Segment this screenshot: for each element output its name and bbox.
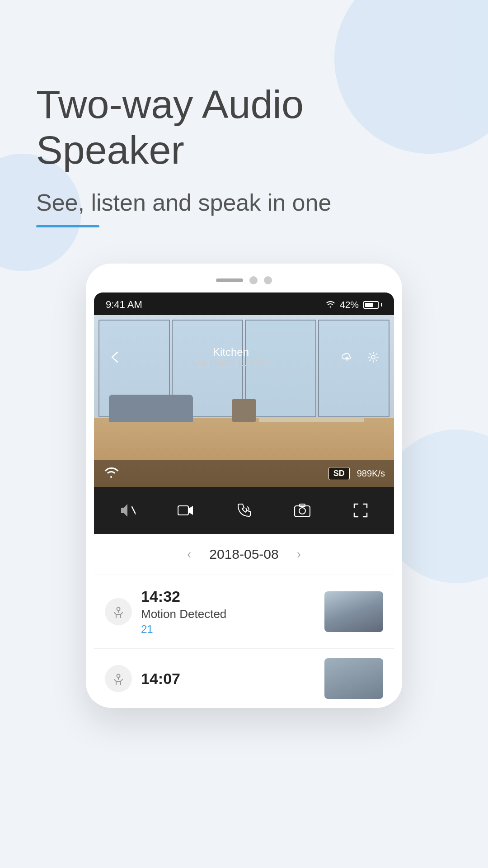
- pagination-dot-3: [264, 276, 272, 284]
- pagination-dots: [94, 272, 394, 292]
- live-datetime: 04/29 11:10:41: [215, 359, 269, 368]
- svg-rect-2: [178, 506, 188, 515]
- motion-event-icon: [105, 598, 132, 625]
- date-navigation: ‹ 2018-05-08 ›: [94, 534, 394, 575]
- camera-video-frame: Kitchen Live | 04/29 11:10:41: [94, 315, 394, 487]
- page-title: Two-way Audio Speaker: [36, 81, 452, 173]
- camera-action-icons: [337, 347, 383, 367]
- accent-underline: [36, 225, 99, 227]
- event-item-1432[interactable]: 14:32 Motion Detected 21: [94, 575, 394, 649]
- couch-silhouette: [109, 395, 193, 422]
- event-count-1432: 21: [141, 623, 315, 636]
- current-date: 2018-05-08: [209, 547, 278, 562]
- wifi-signal-icon: [103, 466, 119, 481]
- camera-controls-bar: [94, 487, 394, 534]
- table-silhouette: [259, 417, 364, 422]
- chair-silhouette: [232, 399, 256, 422]
- camera-overlay-bottom: SD 989K/s: [94, 460, 394, 487]
- event-item-1407[interactable]: 14:07: [94, 649, 394, 708]
- video-info-row: SD 989K/s: [328, 467, 385, 480]
- svg-point-0: [371, 355, 375, 359]
- fullscreen-button[interactable]: [347, 497, 374, 524]
- pagination-dot-1: [216, 278, 243, 282]
- snapshot-button[interactable]: [289, 497, 316, 524]
- audio-call-button[interactable]: [230, 497, 258, 524]
- event-thumbnail-1407: [324, 658, 383, 699]
- sd-badge: SD: [328, 467, 350, 480]
- pagination-dot-2: [249, 276, 258, 284]
- status-right: 42%: [325, 299, 382, 311]
- event-time-1407: 14:07: [141, 670, 315, 688]
- status-bar: 9:41 AM 42%: [94, 292, 394, 315]
- event-info-1407: 14:07: [141, 670, 315, 688]
- video-record-button[interactable]: [172, 497, 199, 524]
- event-list: 14:32 Motion Detected 21: [94, 575, 394, 708]
- live-separator: |: [210, 359, 215, 368]
- status-time: 9:41 AM: [106, 299, 142, 311]
- event-time-1432: 14:32: [141, 588, 315, 605]
- phone-card: 9:41 AM 42%: [86, 264, 402, 708]
- phone-mockup-wrapper: 9:41 AM 42%: [36, 264, 452, 708]
- motion-event-icon-2: [105, 665, 132, 692]
- battery-icon: [363, 301, 382, 309]
- svg-point-7: [117, 675, 120, 678]
- event-type-1432: Motion Detected: [141, 607, 315, 621]
- camera-header-overlay: Kitchen Live | 04/29 11:10:41: [94, 340, 394, 373]
- camera-title-center: Kitchen Live | 04/29 11:10:41: [125, 346, 337, 368]
- camera-name: Kitchen: [125, 346, 337, 359]
- live-label: Live: [193, 359, 208, 368]
- svg-line-1: [132, 507, 136, 514]
- page-subtitle: See, listen and speak in one: [36, 189, 452, 216]
- svg-point-6: [117, 608, 120, 611]
- camera-live-info: Live | 04/29 11:10:41: [125, 359, 337, 368]
- battery-percent: 42%: [340, 299, 359, 310]
- svg-point-4: [299, 508, 305, 514]
- mute-button[interactable]: [114, 497, 141, 524]
- settings-button[interactable]: [363, 347, 383, 367]
- next-date-button[interactable]: ›: [297, 547, 301, 561]
- cloud-upload-button[interactable]: [337, 347, 357, 367]
- event-info-1432: 14:32 Motion Detected 21: [141, 588, 315, 636]
- wifi-icon: [325, 299, 335, 311]
- back-button[interactable]: [105, 347, 125, 367]
- prev-date-button[interactable]: ‹: [187, 547, 191, 561]
- phone-screen: 9:41 AM 42%: [94, 292, 394, 708]
- bitrate-display: 989K/s: [357, 468, 385, 479]
- event-thumbnail-1432: [324, 591, 383, 632]
